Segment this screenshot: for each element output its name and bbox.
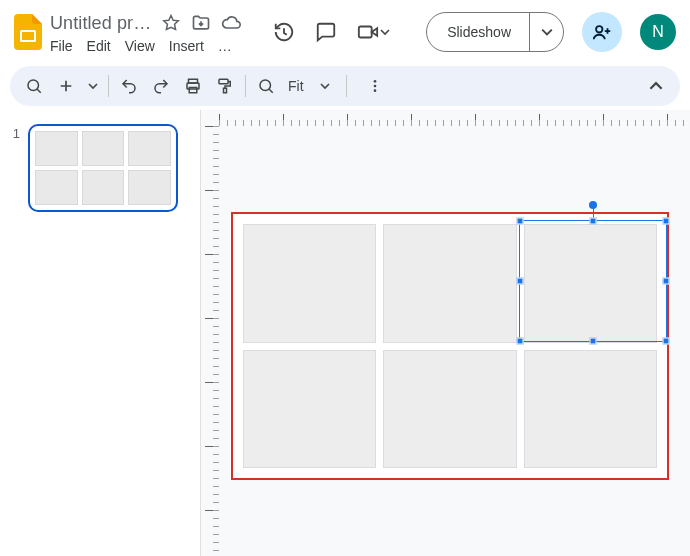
svg-rect-9 bbox=[224, 88, 227, 93]
star-icon[interactable] bbox=[161, 13, 181, 33]
doc-title-row: Untitled pr… bbox=[50, 13, 241, 34]
redo-icon[interactable] bbox=[147, 72, 175, 100]
share-button[interactable] bbox=[582, 12, 622, 52]
canvas-pane[interactable] bbox=[200, 110, 690, 556]
svg-rect-2 bbox=[359, 27, 372, 38]
grid-cell[interactable] bbox=[524, 224, 657, 343]
rotation-handle[interactable] bbox=[589, 201, 597, 209]
new-slide-dropdown[interactable] bbox=[84, 81, 102, 91]
print-icon[interactable] bbox=[179, 72, 207, 100]
search-menus-icon[interactable] bbox=[20, 72, 48, 100]
toolbar: Fit bbox=[10, 66, 680, 106]
zoom-level-label[interactable]: Fit bbox=[284, 78, 306, 94]
grid-cell[interactable] bbox=[243, 224, 376, 343]
menu-insert[interactable]: Insert bbox=[169, 38, 204, 54]
thumbnail-slide-1[interactable] bbox=[28, 124, 178, 212]
svg-point-13 bbox=[373, 89, 376, 92]
title-block: Untitled pr… File Edit View Insert … bbox=[50, 13, 241, 54]
vertical-ruler[interactable] bbox=[201, 126, 219, 556]
zoom-dropdown[interactable] bbox=[310, 81, 340, 91]
history-icon[interactable] bbox=[272, 20, 296, 44]
horizontal-ruler[interactable] bbox=[219, 110, 690, 126]
undo-icon[interactable] bbox=[115, 72, 143, 100]
title-actions: Slideshow N bbox=[272, 12, 676, 52]
cloud-status-icon[interactable] bbox=[221, 13, 241, 33]
account-avatar[interactable]: N bbox=[640, 14, 676, 50]
more-tools-icon[interactable] bbox=[361, 72, 389, 100]
svg-point-3 bbox=[596, 26, 602, 32]
grid-cell[interactable] bbox=[383, 350, 516, 469]
slideshow-split-button: Slideshow bbox=[426, 12, 564, 52]
new-slide-button[interactable] bbox=[52, 72, 80, 100]
grid-cell[interactable] bbox=[243, 350, 376, 469]
workspace: 1 bbox=[0, 110, 690, 556]
grid-cell[interactable] bbox=[524, 350, 657, 469]
doc-title[interactable]: Untitled pr… bbox=[50, 13, 151, 34]
move-to-folder-icon[interactable] bbox=[191, 13, 211, 33]
thumbnail-row: 1 bbox=[10, 124, 190, 212]
menu-view[interactable]: View bbox=[125, 38, 155, 54]
menu-bar: File Edit View Insert … bbox=[50, 38, 241, 54]
slideshow-button[interactable]: Slideshow bbox=[427, 13, 529, 51]
paint-format-icon[interactable] bbox=[211, 72, 239, 100]
slide-canvas[interactable] bbox=[231, 212, 669, 480]
svg-point-11 bbox=[373, 80, 376, 83]
slideshow-dropdown[interactable] bbox=[529, 13, 563, 51]
titlebar: Untitled pr… File Edit View Insert … bbox=[0, 0, 690, 64]
meet-icon[interactable] bbox=[356, 20, 380, 44]
slides-logo[interactable] bbox=[8, 12, 48, 52]
svg-rect-8 bbox=[219, 79, 228, 84]
thumbnail-panel[interactable]: 1 bbox=[0, 110, 200, 556]
svg-point-4 bbox=[28, 80, 39, 91]
svg-rect-1 bbox=[22, 32, 34, 40]
thumbnail-number: 1 bbox=[10, 124, 20, 141]
grid-cell[interactable] bbox=[383, 224, 516, 343]
svg-point-10 bbox=[260, 80, 271, 91]
menu-more[interactable]: … bbox=[218, 38, 232, 54]
menu-file[interactable]: File bbox=[50, 38, 73, 54]
svg-point-12 bbox=[373, 85, 376, 88]
menu-edit[interactable]: Edit bbox=[87, 38, 111, 54]
collapse-toolbar-icon[interactable] bbox=[642, 72, 670, 100]
comment-icon[interactable] bbox=[314, 20, 338, 44]
zoom-icon[interactable] bbox=[252, 72, 280, 100]
